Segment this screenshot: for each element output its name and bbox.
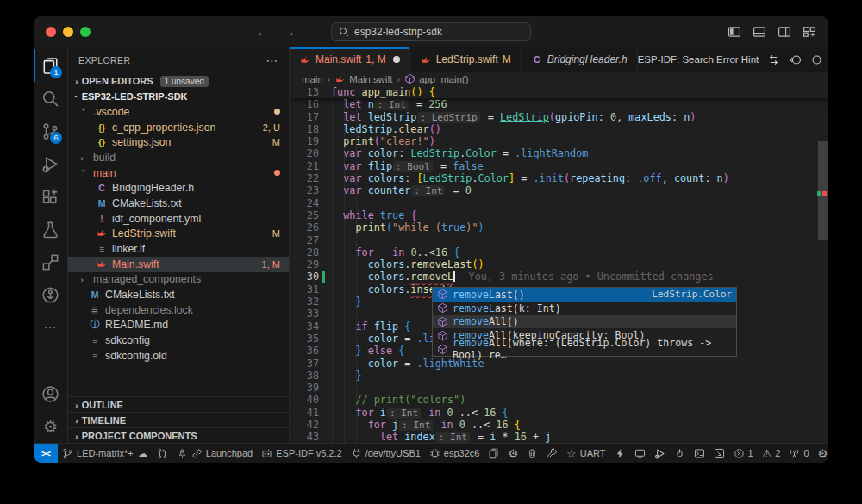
tree-item-managed_components[interactable]: ›managed_components [68, 272, 289, 288]
monitor-uart[interactable]: ☆UART [562, 444, 609, 463]
activity-additional-views[interactable]: ⋯ [34, 311, 67, 344]
nav-back-button[interactable]: ← [256, 24, 269, 39]
tree-item-linker.lf[interactable]: ≡linker.lf [68, 241, 289, 257]
tree-item-c_cpp_properties.json[interactable]: {}c_cpp_properties.json2, U [68, 120, 289, 135]
activity-extensions[interactable] [34, 180, 67, 213]
tree-item-settings.json[interactable]: {}settings.jsonM [68, 134, 289, 150]
prev-change-button[interactable] [789, 53, 802, 66]
activity-search[interactable] [34, 82, 67, 115]
activity-esp-component-registry[interactable] [34, 278, 67, 311]
chevron-down-icon: › [80, 169, 90, 177]
code-line-22: 22 var colors: [LedStrip.Color] = .init(… [290, 172, 828, 184]
remote-indicator[interactable]: >< [34, 444, 58, 463]
git-branch[interactable]: LED-matrix*+☁ [58, 444, 153, 463]
pull-request[interactable] [153, 444, 172, 463]
layout-left-button[interactable] [728, 25, 741, 39]
device-target[interactable]: esp32c6 [425, 444, 484, 463]
layout-bottom-icon [753, 25, 766, 39]
tree-item-Main.swift[interactable]: Main.swift1, M [68, 257, 289, 272]
editor-group: Main.swift 1, M LedStrip.swift M C Bridg… [290, 47, 828, 443]
tree-item-sdkconfig.old[interactable]: ≡sdkconfig.old [68, 348, 289, 364]
breadcrumb-item[interactable]: app_main() [404, 73, 468, 84]
tree-item-CMakeLists.txt[interactable]: MCMakeLists.txt [68, 196, 289, 211]
layout-bottom-button[interactable] [753, 25, 766, 39]
tab-Main.swift[interactable]: Main.swift 1, M [290, 47, 410, 72]
close-window-button[interactable] [46, 27, 56, 37]
nav-forward-button[interactable]: → [283, 24, 296, 39]
open-tool[interactable] [709, 444, 729, 463]
compare-button[interactable] [767, 53, 780, 66]
line-number: 27 [290, 234, 319, 246]
conf-file-icon: ≡ [89, 335, 101, 345]
refs-icon [41, 253, 59, 271]
circle-sm-button[interactable] [810, 53, 823, 66]
flash-device[interactable] [610, 444, 630, 463]
tree-item-LedStrip.swift[interactable]: LedStrip.swiftM [68, 227, 289, 242]
debug-tool[interactable] [650, 444, 670, 463]
ports[interactable]: 0 [784, 444, 813, 463]
esp-flame[interactable] [670, 444, 690, 463]
esp-idf-version[interactable]: ESP-IDF v5.2.2 [257, 444, 346, 463]
tree-item-CMakeLists.txt[interactable]: MCMakeLists.txt [68, 287, 289, 302]
line-number: 17 [290, 111, 319, 123]
breadcrumb-item[interactable]: Main.swift [334, 73, 392, 84]
line-number: 41 [290, 407, 319, 419]
tree-item-main[interactable]: ›main [68, 165, 289, 181]
suggest-item[interactable]: removeLast() LedStrip.Color [433, 288, 736, 302]
project-conf[interactable] [484, 444, 503, 463]
zoom-window-button[interactable] [80, 27, 91, 37]
tab-LedStrip.swift[interactable]: LedStrip.swift M [410, 47, 522, 72]
serial-monitor[interactable] [630, 444, 650, 463]
minimize-window-button[interactable] [63, 27, 73, 37]
layout-right-button[interactable] [778, 25, 791, 39]
terminal[interactable] [690, 444, 709, 463]
code-area[interactable]: 13 func app_main() { 16 let n: Int = 256… [290, 86, 828, 443]
tree-item-sdkconfig[interactable]: ≡sdkconfig [68, 333, 289, 348]
suggest-item[interactable]: removeAll() [433, 315, 736, 329]
esp-idf-hint-button[interactable]: ESP-IDF: Search Error Hint [638, 54, 759, 65]
errors[interactable]: 1 [729, 444, 758, 463]
tree-item-README.md[interactable]: ⓘREADME.md [68, 318, 289, 333]
build[interactable]: ⚙Build [814, 444, 828, 463]
tree-item-build[interactable]: ›build [68, 150, 289, 165]
gear-t-icon: ⚙ [508, 448, 518, 459]
tree-item-.vscode[interactable]: ›.vscode [68, 104, 289, 120]
serial-port[interactable]: /dev/ttyUSB1 [347, 444, 425, 463]
workspace-root-header[interactable]: › ESP32-LED-STRIP-SDK [68, 89, 289, 104]
layout-grid-button[interactable] [803, 25, 816, 39]
activity-testing[interactable] [34, 213, 67, 246]
activity-run-and-debug[interactable] [34, 147, 67, 180]
activity-explorer[interactable]: 1 [34, 49, 67, 82]
sdk-config[interactable]: ⚙ [503, 444, 522, 463]
activity-manage[interactable]: ⚙ [34, 410, 67, 443]
tree-item-idf_component.yml[interactable]: !idf_component.yml [68, 211, 289, 227]
open-editors-header[interactable]: › OPEN EDITORS 1 unsaved [68, 73, 289, 89]
section-outline[interactable]: ›OUTLINE [68, 396, 289, 412]
vscode-window: ← → esp32-led-strip-sdk 1 6 [33, 16, 829, 464]
tree-item-BridgingHeader.h[interactable]: CBridgingHeader.h [68, 180, 289, 196]
suggest-detail: LedStrip.Color [652, 289, 732, 301]
build-tools[interactable] [542, 444, 562, 463]
layout-controls [728, 25, 816, 39]
git-status-badge: M [272, 137, 280, 147]
suggest-item[interactable]: removeAll(where: (LedStrip.Color) throws… [433, 342, 736, 356]
launchpad[interactable]: Launchpad [172, 444, 257, 463]
warnings[interactable]: ⚠2 [758, 444, 785, 463]
tree-item-dependencies.lock[interactable]: ≣dependencies.lock [68, 302, 289, 318]
file-tree: ›.vscode {}c_cpp_properties.json2, U {}s… [68, 104, 289, 364]
activity-source-control[interactable]: 6 [34, 115, 67, 147]
section-project-components[interactable]: ›PROJECT COMPONENTS [68, 427, 289, 443]
full-clean[interactable] [522, 444, 542, 463]
command-center-search[interactable]: esp32-led-strip-sdk [331, 22, 531, 41]
explorer-more-actions-icon[interactable]: ⋯ [266, 53, 278, 67]
suggest-item[interactable]: removeLast(k: Int) [433, 302, 736, 315]
section-timeline[interactable]: ›TIMELINE [68, 412, 289, 427]
breadcrumb-item[interactable]: main [302, 74, 323, 84]
tower-icon [789, 448, 800, 459]
titlebar: ← → esp32-led-strip-sdk [34, 16, 828, 47]
tab-BridgingHeader.h[interactable]: C BridgingHeader.h [522, 47, 638, 72]
activity-references[interactable] [34, 246, 67, 278]
flame-icon [674, 448, 685, 459]
activity-badge: 6 [50, 132, 62, 144]
activity-accounts[interactable] [34, 377, 67, 410]
